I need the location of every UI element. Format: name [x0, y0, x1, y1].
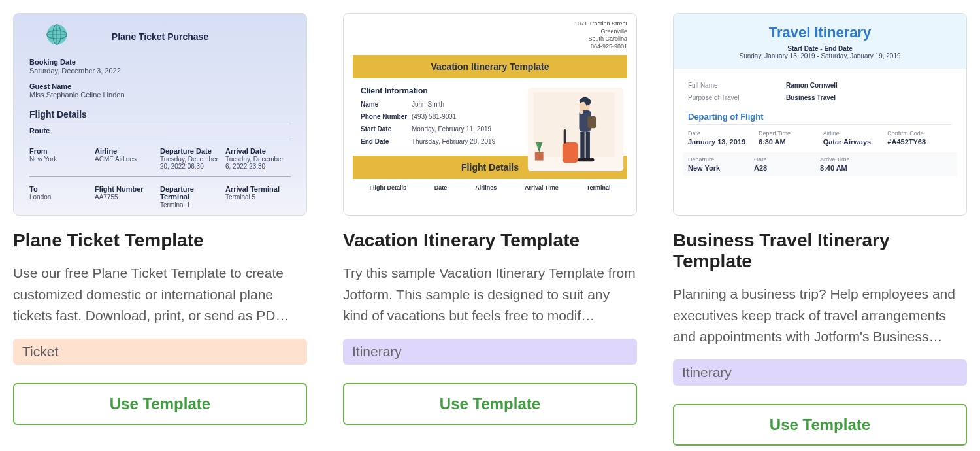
confirm-code-value: #A452TY68	[887, 138, 948, 146]
preview-title: Travel Itinerary	[680, 24, 960, 41]
flight-details-table-head: Flight Details Date Airlines Arrival Tim…	[353, 183, 627, 192]
preview-subtitle: Start Date - End Date	[680, 45, 960, 52]
end-date-value: Thursday, February 28, 2019	[412, 138, 497, 145]
divider	[29, 139, 291, 139]
card-description: Use our free Plane Ticket Template to cr…	[13, 263, 307, 327]
category-tag-ticket[interactable]: Ticket	[13, 339, 307, 365]
flight-number-label: Flight Number	[95, 185, 156, 193]
card-title[interactable]: Plane Ticket Template	[13, 230, 307, 251]
template-cards-container: Plane Ticket Purchase Booking Date Satur…	[13, 13, 967, 446]
confirm-code-label: Confirm Code	[887, 130, 948, 137]
addr-line: 1071 Traction Street	[353, 20, 627, 28]
from-label: From	[29, 147, 91, 155]
to-label: To	[29, 185, 91, 193]
arrival-date-value: Tuesday, December 6, 2022 23:30	[225, 156, 287, 170]
template-preview[interactable]: 1071 Traction Street Greenville South Ca…	[343, 13, 637, 216]
arrive-time-label: Arrive Time	[820, 156, 882, 163]
departure-date-value: Tuesday, December 20, 2022 06:30	[160, 156, 221, 170]
gate-label: Gate	[754, 156, 816, 163]
divider	[29, 176, 291, 177]
preview-banner: Vacation Itinerary Template	[353, 55, 627, 78]
category-tag-itinerary[interactable]: Itinerary	[673, 359, 967, 386]
preview-address: 1071 Traction Street Greenville South Ca…	[353, 20, 627, 51]
departure-terminal-value: Terminal 1	[160, 201, 221, 209]
preview-dates: Sunday, January 13, 2019 - Saturday, Jan…	[680, 52, 960, 59]
preview-title: Plane Ticket Purchase	[112, 31, 208, 42]
departure-label: Departure	[688, 156, 750, 163]
depart-time-value: 6:30 AM	[759, 138, 819, 146]
template-card-plane-ticket: Plane Ticket Purchase Booking Date Satur…	[13, 13, 307, 446]
guest-name-value: Miss Stephanie Celine Linden	[29, 91, 291, 99]
departure-value: New York	[688, 164, 750, 172]
airline-label: Airline	[95, 147, 156, 155]
divider	[688, 124, 952, 125]
gate-value: A28	[754, 164, 816, 172]
flight-number-value: AA7755	[95, 193, 156, 201]
category-tag-itinerary[interactable]: Itinerary	[343, 339, 637, 365]
template-card-vacation-itinerary: 1071 Traction Street Greenville South Ca…	[343, 13, 637, 446]
th: Flight Details	[369, 184, 406, 191]
phone-label: Phone Number	[361, 113, 412, 120]
arrive-time-value: 8:40 AM	[820, 164, 882, 172]
svg-rect-14	[586, 131, 590, 159]
to-value: London	[29, 193, 91, 201]
th: Airlines	[475, 184, 497, 191]
fullname-label: Full Name	[688, 82, 786, 89]
airline-label: Airline	[823, 130, 884, 137]
svg-rect-16	[585, 158, 595, 161]
addr-line: Greenville	[353, 28, 627, 36]
addr-line: 864-925-9801	[353, 43, 627, 51]
purpose-value: Business Travel	[786, 94, 836, 101]
route-label: Route	[29, 127, 291, 135]
depart-time-label: Depart Time	[759, 130, 819, 137]
date-label: Date	[688, 130, 755, 137]
svg-rect-9	[564, 129, 566, 144]
template-preview[interactable]: Travel Itinerary Start Date - End Date S…	[673, 13, 967, 216]
airline-value: Qatar Airways	[823, 138, 884, 146]
arrival-terminal-value: Terminal 5	[225, 193, 287, 201]
th: Date	[434, 184, 448, 191]
end-date-label: End Date	[361, 138, 412, 145]
departure-date-label: Departure Date	[160, 147, 221, 155]
start-date-value: Monday, February 11, 2019	[412, 125, 497, 133]
name-label: Name	[361, 101, 412, 108]
globe-icon	[45, 23, 69, 46]
traveler-illustration-icon	[527, 88, 625, 171]
svg-rect-7	[535, 152, 544, 160]
template-card-business-itinerary: Travel Itinerary Start Date - End Date S…	[673, 13, 967, 446]
use-template-button[interactable]: Use Template	[673, 404, 967, 446]
th: Arrival Time	[525, 184, 559, 191]
date-value: January 13, 2019	[688, 138, 755, 146]
arrival-terminal-label: Arrival Terminal	[225, 185, 287, 193]
purpose-label: Purpose of Travel	[688, 94, 786, 101]
fullname-value: Ramon Cornwell	[786, 82, 838, 89]
start-date-label: Start Date	[361, 125, 412, 133]
card-title[interactable]: Business Travel Itinerary Template	[673, 230, 967, 272]
departure-terminal-label: Departure Terminal	[160, 185, 221, 201]
card-description: Planning a business trip? Help employees…	[673, 284, 967, 348]
card-description: Try this sample Vacation Itinerary Templ…	[343, 263, 637, 327]
phone-value: (493) 581-9031	[412, 113, 497, 120]
card-title[interactable]: Vacation Itinerary Template	[343, 230, 637, 251]
airline-value: ACME Airlines	[95, 156, 156, 163]
svg-rect-12	[587, 116, 596, 128]
template-preview[interactable]: Plane Ticket Purchase Booking Date Satur…	[13, 13, 307, 216]
from-value: New York	[29, 156, 91, 163]
flight-details-heading: Flight Details	[29, 109, 291, 120]
arrival-date-label: Arrival Date	[225, 147, 287, 155]
booking-date-value: Saturday, December 3, 2022	[29, 67, 291, 75]
divider	[29, 124, 291, 124]
departing-flight-heading: Departing of Flight	[688, 112, 952, 122]
th: Terminal	[587, 184, 611, 191]
use-template-button[interactable]: Use Template	[343, 383, 637, 425]
svg-rect-13	[580, 131, 584, 159]
booking-date-label: Booking Date	[29, 58, 291, 66]
svg-rect-8	[563, 142, 578, 163]
addr-line: South Carolina	[353, 35, 627, 43]
use-template-button[interactable]: Use Template	[13, 383, 307, 425]
name-value: John Smith	[412, 101, 497, 108]
guest-name-label: Guest Name	[29, 82, 291, 90]
